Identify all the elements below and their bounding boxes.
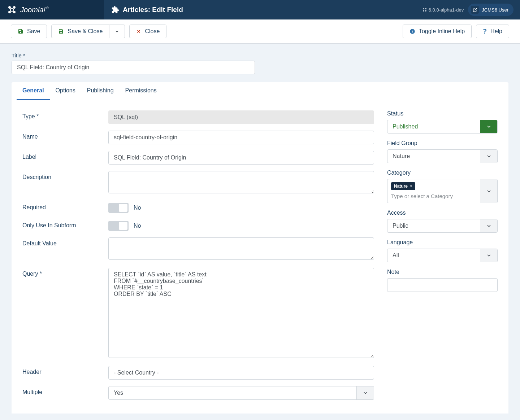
svg-rect-12 <box>412 30 412 30</box>
save-dropdown-button[interactable] <box>109 25 125 38</box>
form-panel: General Options Publishing Permissions T… <box>12 82 508 414</box>
app-header: Joomla! ® Articles: Edit Field 6.0.0-alp… <box>0 0 520 19</box>
form-side-column: Status Published Field Group Nature <box>387 110 498 406</box>
form-body: Type * SQL (sql) Name Label Description … <box>12 100 508 406</box>
required-toggle[interactable] <box>108 203 129 213</box>
category-chip[interactable]: Nature × <box>391 182 415 190</box>
field-group-select[interactable]: Nature <box>387 149 498 163</box>
group-status: Status Published <box>387 110 498 134</box>
required-value: No <box>134 205 141 211</box>
group-access: Access Public <box>387 210 498 233</box>
row-name: Name <box>22 131 374 144</box>
chevron-down-icon <box>114 29 120 34</box>
category-placeholder: Type or select a Category <box>391 190 476 199</box>
brand-text: Joomla! <box>20 6 46 14</box>
subform-toggle[interactable] <box>108 221 129 231</box>
tab-permissions[interactable]: Permissions <box>120 82 162 100</box>
multiple-select[interactable]: Yes <box>108 386 374 400</box>
category-select[interactable]: Nature × Type or select a Category <box>387 179 498 203</box>
row-type: Type * SQL (sql) <box>22 110 374 124</box>
language-select[interactable]: All <box>387 249 498 262</box>
svg-point-0 <box>8 6 11 9</box>
row-header: Header <box>22 366 374 380</box>
query-textarea[interactable] <box>108 268 374 358</box>
svg-point-6 <box>423 10 424 12</box>
user-name: JCMS6 User <box>482 7 508 13</box>
version-tag[interactable]: 6.0.0-alpha1-dev <box>422 7 464 13</box>
chevron-down-icon <box>480 150 497 163</box>
chevron-down-icon <box>480 249 497 262</box>
svg-point-5 <box>425 8 426 9</box>
remove-chip-icon[interactable]: × <box>410 184 412 189</box>
tab-publishing[interactable]: Publishing <box>81 82 120 100</box>
row-query: Query * <box>22 268 374 359</box>
note-input[interactable] <box>387 278 498 292</box>
row-multiple: Multiple Yes <box>22 386 374 400</box>
close-icon <box>136 29 141 34</box>
name-input[interactable] <box>108 131 374 144</box>
row-required: Required No <box>22 201 374 213</box>
group-note: Note <box>387 269 498 292</box>
info-icon <box>410 29 415 34</box>
brand-area[interactable]: Joomla! ® <box>0 0 104 19</box>
row-description: Description <box>22 171 374 195</box>
user-menu[interactable]: JCMS6 User <box>468 4 514 16</box>
header-right: 6.0.0-alpha1-dev JCMS6 User <box>416 4 520 16</box>
save-close-group: Save & Close <box>51 25 125 38</box>
chevron-down-icon <box>356 386 374 399</box>
group-language: Language All <box>387 239 498 262</box>
svg-point-1 <box>13 6 16 9</box>
svg-point-4 <box>423 8 424 9</box>
puzzle-icon <box>111 6 119 14</box>
tab-general[interactable]: General <box>17 82 50 100</box>
save-icon <box>18 29 23 34</box>
save-button[interactable]: Save <box>11 25 47 38</box>
label-input[interactable] <box>108 151 374 165</box>
form-main-column: Type * SQL (sql) Name Label Description … <box>22 110 374 406</box>
save-icon <box>58 29 64 34</box>
title-label: Title * <box>12 52 508 58</box>
status-select[interactable]: Published <box>387 120 498 134</box>
title-input[interactable] <box>12 61 255 74</box>
toggle-inline-help-button[interactable]: Toggle Inline Help <box>403 25 472 38</box>
tab-options[interactable]: Options <box>50 82 81 100</box>
subform-value: No <box>134 223 141 229</box>
group-category: Category Nature × Type or select a Categ… <box>387 170 498 203</box>
group-field-group: Field Group Nature <box>387 140 498 163</box>
type-field: SQL (sql) <box>108 110 374 124</box>
chevron-down-icon <box>480 219 497 232</box>
tabs: General Options Publishing Permissions <box>12 82 508 100</box>
toolbar: Save Save & Close Close Toggle Inline He… <box>0 19 520 44</box>
question-icon: ? <box>483 29 487 34</box>
help-button[interactable]: ? Help <box>476 25 509 38</box>
description-textarea[interactable] <box>108 171 374 193</box>
row-subform: Only Use In Subform No <box>22 219 374 231</box>
joomla-mini-icon <box>422 8 427 12</box>
svg-point-3 <box>13 11 16 13</box>
chevron-down-icon <box>480 179 497 203</box>
main-container: Title * General Options Publishing Permi… <box>0 44 520 420</box>
close-button[interactable]: Close <box>129 25 166 38</box>
row-default-value: Default Value <box>22 237 374 261</box>
joomla-logo-icon <box>7 5 17 14</box>
access-select[interactable]: Public <box>387 219 498 233</box>
header-input[interactable] <box>108 366 374 380</box>
svg-point-2 <box>8 11 11 13</box>
save-close-button[interactable]: Save & Close <box>51 25 109 38</box>
page-title: Articles: Edit Field <box>123 6 183 14</box>
row-label: Label <box>22 151 374 165</box>
svg-point-7 <box>425 10 426 12</box>
external-link-icon <box>471 6 479 14</box>
page-title-area: Articles: Edit Field <box>104 6 416 14</box>
default-value-textarea[interactable] <box>108 237 374 260</box>
svg-rect-11 <box>412 31 412 33</box>
chevron-down-icon <box>480 120 497 133</box>
